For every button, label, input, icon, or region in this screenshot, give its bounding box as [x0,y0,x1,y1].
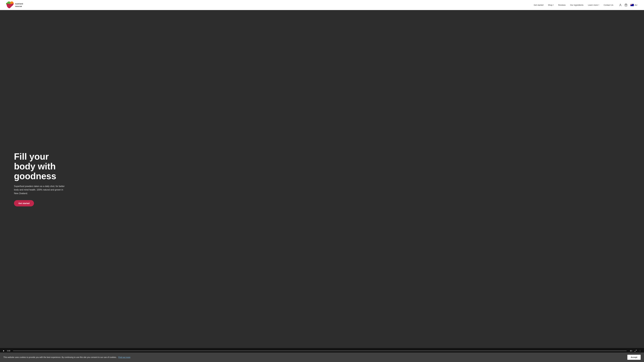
more-icon [639,350,641,352]
nav-right: Get started Shop ▾ Reviews Our ingredien… [532,3,638,7]
svg-marker-17 [3,350,4,352]
au-flag-icon: ✦ ✦ [630,4,634,6]
hero-heading: Fill your body with goodness [14,152,67,181]
cookie-accept-button[interactable]: Accept [627,355,641,360]
svg-line-21 [636,350,636,351]
user-icon-button[interactable] [618,3,622,7]
nav-item-reviews[interactable]: Reviews [556,3,568,7]
nav-item-get-started[interactable]: Get started [532,3,545,7]
hero-section: Fill your body with goodness Superfood p… [0,10,644,354]
logo-link[interactable]: nutrient rescue [6,1,23,9]
cookie-banner: This website uses cookies to provide you… [0,353,644,362]
video-more-button[interactable] [638,349,642,353]
video-progress-bar[interactable] [13,351,627,351]
main-nav: Get started Shop ▾ Reviews Our ingredien… [532,3,615,7]
shop-chevron-icon: ▾ [553,4,554,6]
svg-text:✦: ✦ [632,4,633,5]
video-play-button[interactable] [2,349,5,352]
nav-item-shop[interactable]: Shop ▾ [546,3,556,7]
svg-point-3 [620,4,621,5]
svg-marker-18 [630,350,631,352]
region-selector[interactable]: ✦ ✦ AU [629,3,638,7]
video-mute-button[interactable] [630,349,633,353]
header-icons: ✦ ✦ AU [618,3,638,7]
fullscreen-icon [634,350,637,352]
region-code: AU [635,4,637,6]
logo-text: nutrient rescue [15,2,23,7]
nav-item-contact-us[interactable]: Contact Us [602,3,615,7]
logo-mark [7,1,14,9]
nav-item-learn-more[interactable]: Learn more ▾ [586,3,601,7]
video-fullscreen-button[interactable] [634,349,637,353]
cookie-message: This website uses cookies to provide you… [3,356,624,359]
hero-content: Fill your body with goodness Superfood p… [0,10,644,348]
svg-point-24 [640,351,640,351]
svg-text:✦: ✦ [633,5,634,6]
user-icon [619,4,622,6]
learn-more-chevron-icon: ▾ [598,4,599,6]
hero-cta-button[interactable]: Get started [14,200,34,206]
video-time: 0:00 [7,350,10,352]
site-header: nutrient rescue Get started Shop ▾ Revie… [0,0,644,10]
play-icon [3,350,5,352]
hero-subtext: Superfood powders taken as a daily shot,… [14,184,67,195]
nav-item-our-ingredients[interactable]: Our ingredients [568,3,586,7]
video-right-controls [630,349,642,353]
cookie-find-out-more-link[interactable]: Find out more [118,356,130,358]
cart-icon [624,4,627,6]
svg-line-22 [635,351,636,352]
svg-point-25 [640,352,640,352]
svg-point-23 [640,350,640,350]
cart-icon-button[interactable] [624,3,628,7]
hero-text: Fill your body with goodness Superfood p… [14,152,67,207]
mute-icon [630,350,632,352]
